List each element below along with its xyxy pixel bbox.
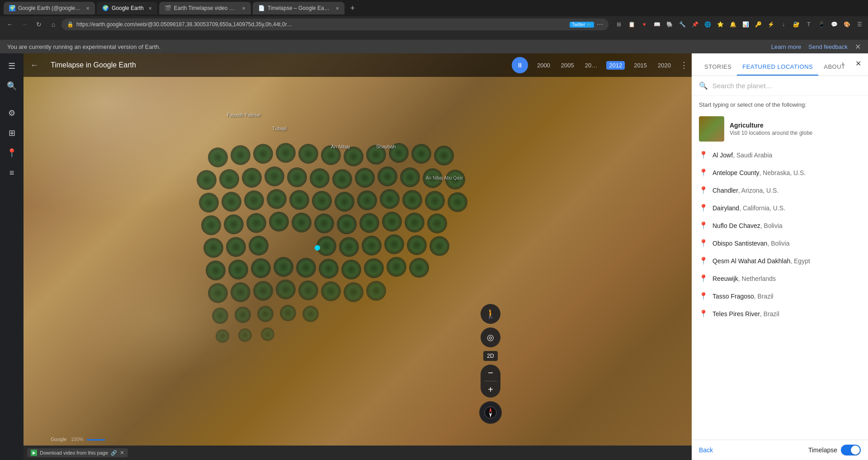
tab-close-3[interactable]: ✕ xyxy=(242,6,245,11)
toolbar-reader[interactable]: 📖 xyxy=(652,19,662,29)
toolbar-ext3[interactable]: 🌐 xyxy=(703,19,712,29)
browser-chrome: 🌍 Google Earth (@googleearth)… ✕ 🌍 Googl… xyxy=(0,0,868,40)
year-2005[interactable]: 2005 xyxy=(559,61,576,70)
list-item[interactable]: 📍 Al Jowf, Saudi Arabia xyxy=(692,146,868,164)
toolbar-ext5[interactable]: 🔔 xyxy=(728,19,738,29)
panel-close-button[interactable]: ✕ xyxy=(852,57,864,70)
browser-tab-4[interactable]: 📄 Timelapse – Google Earth Engi… ✕ xyxy=(253,2,344,14)
toolbar-ext4[interactable]: ⭐ xyxy=(715,19,725,29)
year-2012[interactable]: 2012 xyxy=(606,61,625,70)
svg-point-20 xyxy=(400,167,420,187)
toolbar-ext7[interactable]: 🔑 xyxy=(753,19,763,29)
list-item[interactable]: 📍 Antelope County, Nebraska, U.S. xyxy=(692,164,868,181)
browser-tab-2[interactable]: 🌍 Google Earth ✕ xyxy=(97,2,157,14)
address-bar[interactable]: 🔒 https://earth.google.com/web/@30.05098… xyxy=(61,19,609,30)
toolbar-password[interactable]: 🔐 xyxy=(791,19,801,29)
toolbar-ext9[interactable]: T xyxy=(804,19,814,29)
forward-button[interactable]: → xyxy=(18,18,31,31)
zoom-minus-button[interactable]: − xyxy=(481,365,500,381)
toolbar-ext12[interactable]: 🎨 xyxy=(842,19,852,29)
location-name: Teles Pires River, Brazil xyxy=(712,310,779,318)
svg-point-18 xyxy=(355,168,375,188)
home-button[interactable]: ⌂ xyxy=(47,18,60,31)
tab-close-4[interactable]: ✕ xyxy=(335,6,339,11)
compass-button[interactable] xyxy=(479,401,502,424)
list-item[interactable]: 📍 Obispo Santistevan, Bolivia xyxy=(692,234,868,252)
learn-more-link[interactable]: Learn more xyxy=(771,43,801,50)
list-item[interactable]: 📍 Teles Pires River, Brazil xyxy=(692,305,868,322)
timelapse-bar: ← Timelapse in Google Earth ⏸ 2000 2005 … xyxy=(24,53,692,77)
toolbar-menu[interactable]: ☰ xyxy=(854,19,864,29)
app-container: ☰ 🔍 ⚙ ⊞ 📍 ≡ xyxy=(0,53,868,460)
stack-button[interactable]: ≡ xyxy=(3,164,21,182)
menu-icon: ☰ xyxy=(8,61,15,71)
compass-icon xyxy=(484,406,497,419)
view-2d-button[interactable]: 2D xyxy=(483,351,497,361)
year-2000[interactable]: 2000 xyxy=(535,61,552,70)
toolbar-ext6[interactable]: 📊 xyxy=(741,19,750,29)
toolbar-ext2[interactable]: 📌 xyxy=(690,19,700,29)
agriculture-card[interactable]: Agriculture Visit 10 locations around th… xyxy=(692,112,868,146)
timelapse-toggle-switch[interactable] xyxy=(841,445,861,455)
svg-point-28 xyxy=(312,191,332,211)
map-label-fayadh: Fayadh Fabriar xyxy=(227,112,261,118)
planet-search-input[interactable] xyxy=(712,82,861,90)
toolbar-extensions[interactable]: ⊞ xyxy=(614,19,624,29)
list-item[interactable]: 📍 Tasso Fragoso, Brazil xyxy=(692,287,868,305)
search-button[interactable]: 🔍 xyxy=(3,77,21,95)
panel-expand-button[interactable]: › xyxy=(836,57,849,70)
tab-featured-locations[interactable]: FEATURED LOCATIONS xyxy=(737,59,818,76)
browser-tab-3[interactable]: 🎬 Earth Timelapse video downlo… ✕ xyxy=(159,2,251,14)
location-pin-icon: 📍 xyxy=(699,186,708,194)
location-name: Al Jowf, Saudi Arabia xyxy=(712,152,772,159)
my-location-button[interactable]: ◎ xyxy=(481,327,500,347)
new-tab-button[interactable]: + xyxy=(346,2,359,14)
toolbar-ext1[interactable]: 🔧 xyxy=(677,19,687,29)
browser-tab-1[interactable]: 🌍 Google Earth (@googleearth)… ✕ xyxy=(4,2,95,14)
layers-button[interactable]: ⊞ xyxy=(3,124,21,142)
zoom-plus-button[interactable]: + xyxy=(481,381,500,398)
svg-point-40 xyxy=(314,213,334,233)
back-button[interactable]: ← xyxy=(4,18,16,31)
tab-close-1[interactable]: ✕ xyxy=(86,6,90,11)
download-close-icon[interactable]: ✕ xyxy=(120,450,124,456)
toolbar-download[interactable]: ↓ xyxy=(778,19,788,29)
toolbar-social[interactable]: ♥ xyxy=(639,19,649,29)
download-item[interactable]: ▶ Download video from this page 🔗 ✕ xyxy=(27,448,128,457)
address-menu-icon[interactable]: ⋯ xyxy=(597,21,603,28)
list-item[interactable]: 📍 Dairyland, California, U.S. xyxy=(692,199,868,217)
info-bar-close[interactable]: ✕ xyxy=(855,43,861,51)
agriculture-thumbnail xyxy=(699,116,724,142)
terrain-shadow xyxy=(57,257,257,379)
send-feedback-link[interactable]: Send feedback xyxy=(808,43,848,50)
toolbar-evernote[interactable]: 🐘 xyxy=(665,19,675,29)
map-area[interactable]: Fayadh Fabriar Tubajil An Nibaj Shaybah … xyxy=(24,53,692,460)
location-button[interactable]: 📍 xyxy=(3,144,21,162)
year-2020[interactable]: 2020 xyxy=(656,61,673,70)
map-back-button[interactable]: ← xyxy=(27,58,42,72)
toolbar-ext10[interactable]: 📱 xyxy=(816,19,826,29)
settings-button[interactable]: ⚙ xyxy=(3,104,21,122)
toolbar-pocket[interactable]: 📋 xyxy=(627,19,637,29)
toolbar-ext8[interactable]: ⚡ xyxy=(766,19,776,29)
left-sidebar: ☰ 🔍 ⚙ ⊞ 📍 ≡ xyxy=(0,53,24,460)
list-item[interactable]: 📍 Qesm Al Wahat Ad Dakhlah, Egypt xyxy=(692,252,868,270)
location-pin-icon: 📍 xyxy=(699,274,708,283)
back-button[interactable]: Back xyxy=(699,446,713,454)
tab-label-4: Timelapse – Google Earth Engi… xyxy=(268,5,331,11)
toolbar-ext11[interactable]: 💬 xyxy=(829,19,839,29)
year-2010[interactable]: 20… xyxy=(583,61,599,70)
svg-point-31 xyxy=(380,189,400,209)
street-view-button[interactable]: 🚶 xyxy=(481,304,500,324)
tab-close-2[interactable]: ✕ xyxy=(148,6,152,11)
menu-button[interactable]: ☰ xyxy=(3,57,21,75)
list-item[interactable]: 📍 Nuflo De Chavez, Bolivia xyxy=(692,217,868,234)
svg-point-45 xyxy=(427,213,447,233)
refresh-button[interactable]: ↻ xyxy=(33,18,45,31)
map-more-button[interactable]: ⋮ xyxy=(680,60,688,70)
year-2015[interactable]: 2015 xyxy=(632,61,649,70)
tab-stories[interactable]: STORIES xyxy=(699,59,737,76)
list-item[interactable]: 📍 Reeuwijk, Netherlands xyxy=(692,270,868,287)
play-pause-button[interactable]: ⏸ xyxy=(512,57,528,73)
list-item[interactable]: 📍 Chandler, Arizona, U.S. xyxy=(692,181,868,199)
